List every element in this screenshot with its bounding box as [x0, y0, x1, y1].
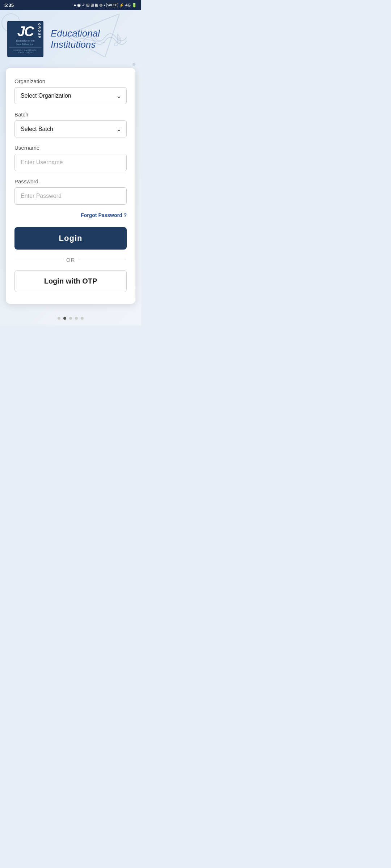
dot-3 — [69, 317, 72, 320]
status-time: 5:35 — [4, 3, 14, 8]
pagination-dots — [0, 311, 141, 326]
organization-group: Organization Select Organization ⌄ — [14, 78, 127, 104]
logo-group-text: Group — [38, 23, 41, 39]
logo-main-text: JC — [17, 25, 34, 38]
logo-vision-text: VISION | AMBITION | EXECUTION — [9, 47, 42, 54]
otp-login-button[interactable]: Login with OTP — [14, 270, 127, 292]
app-icon-4: ⊞ — [95, 3, 98, 8]
app-icon-2: ⊞ — [86, 3, 89, 8]
or-line-right — [79, 260, 127, 260]
or-divider: OR — [14, 257, 127, 263]
logo-box: JC Group Education of theNew Millennium … — [7, 21, 43, 57]
password-input[interactable] — [14, 187, 127, 205]
battery-icon: 🔋 — [132, 3, 137, 8]
organization-label: Organization — [14, 78, 127, 84]
whatsapp-icon: ● — [74, 3, 76, 7]
volte-icon: VoLTE — [106, 3, 118, 7]
forgot-password-link[interactable]: Forgot Password ? — [81, 212, 127, 218]
logo-education-text: Education of theNew Millennium — [16, 39, 35, 46]
username-input[interactable] — [14, 154, 127, 171]
dot-icon: • — [104, 3, 105, 7]
dot-1 — [58, 317, 60, 320]
app-title: Educational Institutions — [51, 28, 134, 50]
login-card: Organization Select Organization ⌄ Batch… — [6, 68, 135, 304]
app-icon-1: ◉ — [77, 3, 81, 8]
app-icon-5: ⊕ — [99, 3, 102, 8]
password-label: Password — [14, 178, 127, 184]
status-icons: ● ◉ ✓ ⊞ ⊞ ⊞ ⊕ • VoLTE ⚡ 4G 🔋 — [74, 3, 137, 8]
dot-2 — [63, 317, 66, 320]
dot-5 — [81, 317, 84, 320]
or-line-left — [14, 260, 62, 260]
batch-label: Batch — [14, 111, 127, 118]
bluetooth-icon: ⚡ — [119, 3, 124, 8]
username-label: Username — [14, 145, 127, 151]
background-area: ♪ JC Group Education of theNew Millenniu… — [0, 10, 141, 326]
dot-4 — [75, 317, 78, 320]
logo-content: JC Group Education of theNew Millennium … — [7, 21, 43, 57]
check-icon: ✓ — [82, 3, 85, 8]
batch-select[interactable]: Select Batch — [14, 120, 127, 137]
status-bar: 5:35 ● ◉ ✓ ⊞ ⊞ ⊞ ⊕ • VoLTE ⚡ 4G 🔋 — [0, 0, 141, 10]
signal-icon: 4G — [125, 3, 131, 7]
login-button[interactable]: Login — [14, 227, 127, 250]
organization-select[interactable]: Select Organization — [14, 87, 127, 104]
app-icon-3: ⊞ — [91, 3, 94, 8]
batch-group: Batch Select Batch ⌄ — [14, 111, 127, 137]
header-area: JC Group Education of theNew Millennium … — [0, 10, 141, 64]
password-group: Password — [14, 178, 127, 205]
organization-select-wrapper[interactable]: Select Organization ⌄ — [14, 87, 127, 104]
forgot-password-container: Forgot Password ? — [14, 212, 127, 218]
batch-select-wrapper[interactable]: Select Batch ⌄ — [14, 120, 127, 137]
or-text: OR — [66, 257, 75, 263]
username-group: Username — [14, 145, 127, 171]
